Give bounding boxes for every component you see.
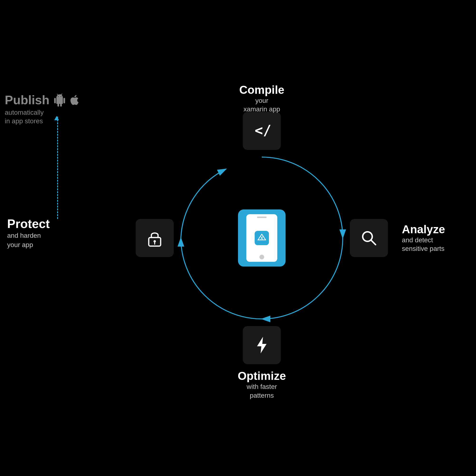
svg-marker-6 [257,337,267,354]
compile-subtitle: yourxamarin app [239,96,284,114]
store-icons [53,94,81,107]
publish-section: Publish automaticallyin app stores [5,93,81,126]
diagram-container: X </> Compile yourxamarin app Analyze an… [155,131,369,345]
dashed-arrow-line [57,117,58,219]
protect-label: Protect and hardenyour app [7,217,50,249]
publish-title: Publish [5,93,50,107]
code-brackets-icon: </> [252,121,271,140]
analyze-icon-box [350,219,388,257]
analyze-title: Analyze [402,223,445,236]
svg-text:</>: </> [255,122,271,138]
optimize-label: Optimize with fasterpatterns [238,369,286,400]
svg-line-5 [371,240,375,245]
svg-text:X: X [261,236,263,240]
dashed-arrow-head [54,116,59,120]
optimize-title: Optimize [238,369,286,382]
lightning-icon [252,336,271,355]
android-icon [53,94,66,107]
center-phone-icon: X [238,209,286,267]
optimize-icon-box [243,326,281,364]
compile-label: Compile yourxamarin app [239,83,284,114]
lock-icon [145,228,164,248]
optimize-subtitle: with fasterpatterns [238,382,286,400]
analyze-subtitle: and detectsensitive parts [402,236,445,253]
search-icon [359,228,378,248]
xamarin-logo: X [255,231,269,245]
analyze-label: Analyze and detectsensitive parts [402,223,445,253]
compile-title: Compile [239,83,284,96]
compile-icon-box: </> [243,112,281,150]
publish-subtitle: automaticallyin app stores [5,108,81,126]
protect-subtitle: and hardenyour app [7,231,50,249]
phone-frame: X [246,214,277,262]
protect-title: Protect [7,217,50,231]
apple-icon [68,94,81,106]
protect-icon-box [136,219,174,257]
phone-notch [257,217,267,218]
phone-home-button [259,255,264,259]
